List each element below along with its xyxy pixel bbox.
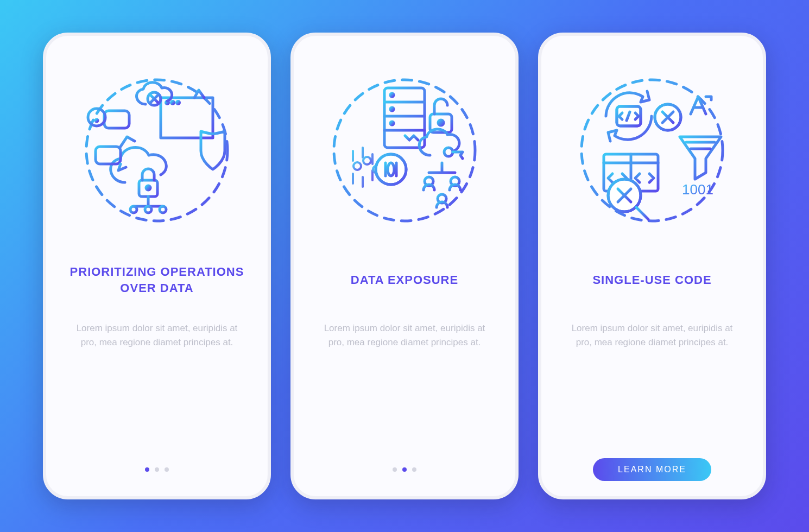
- svg-point-17: [390, 107, 394, 111]
- svg-point-2: [172, 102, 174, 104]
- screen-description: Lorem ipsum dolor sit amet, euripidis at…: [313, 321, 496, 350]
- svg-point-8: [160, 206, 166, 213]
- pagination-dot[interactable]: [402, 467, 407, 472]
- svg-rect-9: [104, 111, 129, 128]
- onboarding-screen-3: 1001 SINGLE-USE CODE Lorem ipsum dolor s…: [538, 33, 766, 499]
- screen-description: Lorem ipsum dolor sit amet, euripidis at…: [66, 321, 248, 350]
- pagination-dot[interactable]: [393, 467, 397, 472]
- screen-title: PRIORITIZING OPERATIONS OVER DATA: [66, 254, 248, 306]
- svg-point-6: [130, 206, 137, 213]
- svg-point-22: [363, 157, 371, 164]
- illustration-single-use-code: 1001: [568, 66, 736, 235]
- svg-point-21: [353, 162, 361, 170]
- pagination-dot[interactable]: [155, 467, 159, 472]
- svg-point-18: [390, 122, 394, 125]
- svg-point-3: [177, 102, 180, 104]
- cta-container: LEARN MORE: [561, 458, 743, 481]
- learn-more-button[interactable]: LEARN MORE: [593, 458, 711, 481]
- svg-point-20: [438, 120, 444, 125]
- svg-text:1001: 1001: [682, 181, 713, 198]
- screen-description: Lorem ipsum dolor sit amet, euripidis at…: [561, 321, 743, 350]
- pagination-dot[interactable]: [412, 467, 416, 472]
- svg-rect-10: [96, 147, 121, 164]
- illustration-data-exposure: [320, 66, 489, 235]
- svg-point-5: [146, 186, 150, 190]
- screen-title: DATA EXPOSURE: [351, 254, 458, 306]
- pagination-dot[interactable]: [145, 467, 149, 472]
- svg-point-12: [96, 119, 98, 122]
- onboarding-screen-2: DATA EXPOSURE Lorem ipsum dolor sit amet…: [290, 33, 519, 499]
- svg-point-7: [145, 206, 151, 213]
- svg-point-16: [390, 93, 394, 97]
- pagination-dot[interactable]: [165, 467, 169, 472]
- pagination: [313, 458, 496, 481]
- onboarding-screen-1: PRIORITIZING OPERATIONS OVER DATA Lorem …: [43, 33, 271, 499]
- pagination: [66, 458, 248, 481]
- illustration-operations-over-data: [73, 66, 241, 235]
- screen-title: SINGLE-USE CODE: [592, 254, 711, 306]
